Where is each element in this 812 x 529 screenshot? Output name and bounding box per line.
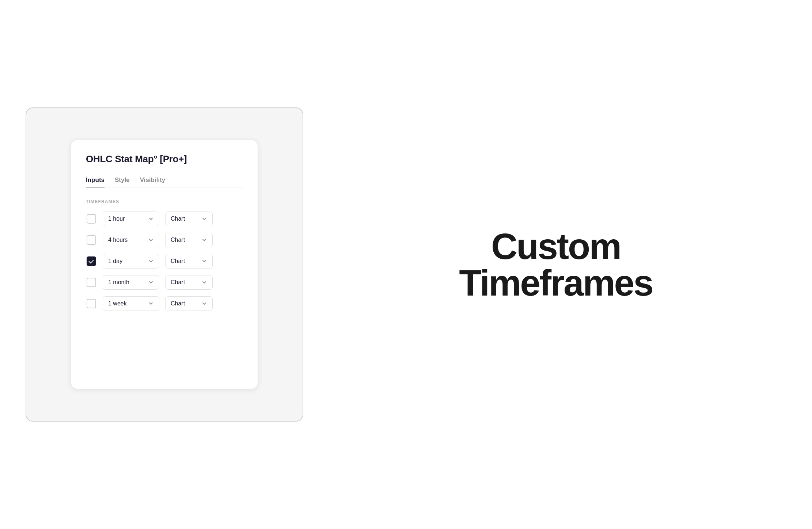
hero-line1: Custom [459, 228, 653, 264]
page-container: OHLC Stat Map° [Pro+] Inputs Style Visib… [0, 0, 812, 529]
timeframe-value-5: 1 week [108, 300, 127, 307]
chevron-down-icon [148, 216, 154, 222]
checkbox-5[interactable] [87, 299, 96, 308]
chart-value-1: Chart [171, 216, 185, 222]
timeframe-value-4: 1 month [108, 279, 129, 286]
card-title: OHLC Stat Map° [Pro+] [86, 153, 243, 165]
timeframe-row: 1 month Chart [86, 275, 243, 290]
chart-dropdown-2[interactable]: Chart [165, 233, 213, 247]
timeframe-dropdown-5[interactable]: 1 week [103, 296, 159, 311]
checkbox-wrapper-3[interactable] [86, 256, 97, 267]
checkbox-wrapper-5[interactable] [86, 298, 97, 309]
section-timeframes-label: TIMEFRAMES [86, 199, 243, 204]
chart-value-3: Chart [171, 258, 185, 264]
chevron-down-icon [201, 237, 207, 243]
chart-dropdown-4[interactable]: Chart [165, 275, 213, 290]
timeframe-rows: 1 hour Chart [86, 212, 243, 311]
chart-value-2: Chart [171, 237, 185, 243]
timeframe-value-1: 1 hour [108, 216, 125, 222]
hero-line2: Timeframes [459, 264, 653, 301]
chart-value-4: Chart [171, 279, 185, 286]
checkbox-4[interactable] [87, 278, 96, 287]
chevron-down-icon [201, 301, 207, 307]
right-panel: Custom Timeframes [329, 0, 812, 529]
timeframe-row: 1 hour Chart [86, 212, 243, 226]
checkbox-wrapper-2[interactable] [86, 235, 97, 246]
chart-dropdown-3[interactable]: Chart [165, 254, 213, 269]
chart-value-5: Chart [171, 300, 185, 307]
timeframe-value-2: 4 hours [108, 237, 128, 243]
timeframe-dropdown-3[interactable]: 1 day [103, 254, 159, 269]
chevron-down-icon [148, 237, 154, 243]
chart-dropdown-1[interactable]: Chart [165, 212, 213, 226]
tabs-container: Inputs Style Visibility [86, 174, 243, 187]
timeframe-value-3: 1 day [108, 258, 122, 264]
chevron-down-icon [148, 258, 154, 264]
tab-visibility[interactable]: Visibility [140, 174, 166, 187]
tab-inputs[interactable]: Inputs [86, 174, 105, 187]
timeframe-dropdown-2[interactable]: 4 hours [103, 233, 159, 247]
checkbox-wrapper-4[interactable] [86, 277, 97, 288]
timeframe-row: 1 week Chart [86, 296, 243, 311]
left-panel: OHLC Stat Map° [Pro+] Inputs Style Visib… [0, 0, 329, 529]
checkbox-2[interactable] [87, 235, 96, 245]
chevron-down-icon [201, 216, 207, 222]
chevron-down-icon [201, 279, 207, 285]
checkbox-wrapper-1[interactable] [86, 213, 97, 224]
chevron-down-icon [201, 258, 207, 264]
inner-card: OHLC Stat Map° [Pro+] Inputs Style Visib… [71, 140, 258, 389]
tab-style[interactable]: Style [115, 174, 130, 187]
timeframe-dropdown-1[interactable]: 1 hour [103, 212, 159, 226]
timeframe-row: 1 day Chart [86, 254, 243, 269]
outer-card: OHLC Stat Map° [Pro+] Inputs Style Visib… [26, 107, 303, 422]
chevron-down-icon [148, 301, 154, 307]
checkbox-1[interactable] [87, 214, 96, 224]
chart-dropdown-5[interactable]: Chart [165, 296, 213, 311]
checkbox-3[interactable] [87, 256, 96, 266]
timeframe-row: 4 hours Chart [86, 233, 243, 247]
timeframe-dropdown-4[interactable]: 1 month [103, 275, 159, 290]
chevron-down-icon [148, 279, 154, 285]
hero-text: Custom Timeframes [459, 228, 653, 301]
